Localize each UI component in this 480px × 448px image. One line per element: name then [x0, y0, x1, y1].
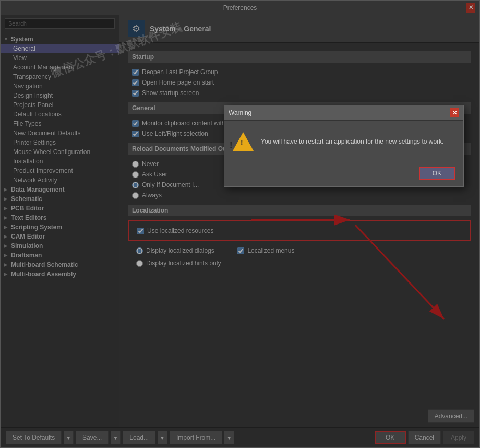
dialog-body: ! You will have to restart an applicatio…	[224, 121, 463, 162]
dialog-titlebar: Warning ✕	[224, 105, 463, 121]
dialog-close-button[interactable]: ✕	[450, 108, 459, 117]
dialog-title: Warning	[229, 109, 251, 116]
warning-dialog: Warning ✕ ! You will have to restart an …	[224, 105, 464, 187]
dialog-message: You will have to restart an application …	[261, 138, 455, 145]
main-window: Preferences ✕ ▼ System General View	[0, 0, 480, 448]
warning-triangle	[233, 132, 254, 151]
warning-icon: !	[233, 131, 254, 152]
warning-exclamation: !	[230, 140, 232, 150]
warning-dialog-overlay: Warning ✕ ! You will have to restart an …	[1, 1, 479, 447]
dialog-footer: OK	[224, 162, 463, 186]
dialog-ok-button[interactable]: OK	[419, 167, 455, 180]
